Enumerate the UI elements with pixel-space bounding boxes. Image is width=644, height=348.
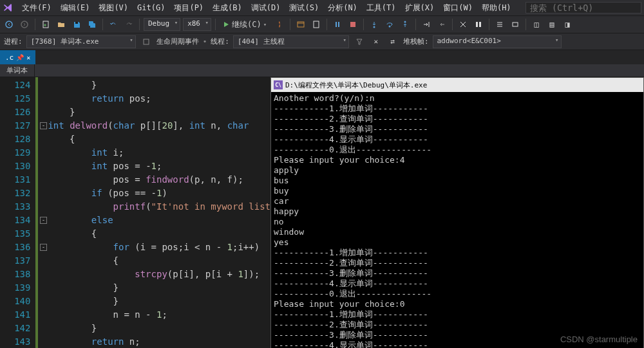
menu-debug[interactable]: 调试(D) xyxy=(247,1,285,15)
console-titlebar[interactable]: C\ D:\编程文件夹\单词本\Debug\单词本.exe xyxy=(271,78,643,92)
svg-rect-3 xyxy=(75,22,78,24)
separator xyxy=(452,19,453,30)
separator xyxy=(526,19,526,30)
code-line[interactable]: if (pos == -1) xyxy=(48,187,270,200)
close-icon[interactable]: ✕ xyxy=(26,54,30,61)
step-into-icon[interactable] xyxy=(368,18,381,31)
undo-icon[interactable] xyxy=(107,18,120,31)
menu-tools[interactable]: 工具(T) xyxy=(363,1,400,15)
svg-point-11 xyxy=(389,26,391,28)
platform-dropdown[interactable]: x86 xyxy=(183,18,211,31)
line-number-gutter: 1241251261271281291301311321331341351361… xyxy=(0,77,35,348)
secondary-tab[interactable]: 单词本 xyxy=(0,64,35,77)
menu-window[interactable]: 窗口(W) xyxy=(439,1,477,15)
console-output: Another word?(y/n):n -----------1.增加单词--… xyxy=(271,92,643,348)
code-line[interactable]: n = n - 1; xyxy=(48,308,270,322)
debug-process-bar: 进程: [7368] 单词本.exe 生命周期事件 • 线程: [404] 主线… xyxy=(0,33,644,50)
tool-icon-5[interactable]: ◫ xyxy=(530,18,543,31)
filter-clear-icon[interactable]: ✕ xyxy=(370,35,383,48)
code-line[interactable]: } xyxy=(48,281,270,295)
tool-icon-4[interactable] xyxy=(509,18,522,31)
continue-icon[interactable]: 继续(C)▾ xyxy=(220,18,270,31)
code-line[interactable]: return pos; xyxy=(48,92,270,105)
fold-column: --- xyxy=(39,77,48,348)
code-line[interactable]: } xyxy=(48,322,270,335)
hot-reload-icon[interactable] xyxy=(273,18,286,31)
tool-icon-3[interactable] xyxy=(493,18,506,31)
code-line[interactable]: printf("It'not in myword list xyxy=(48,200,270,214)
pause-icon[interactable] xyxy=(331,18,344,31)
line-number: 132 xyxy=(0,187,30,200)
menu-file[interactable]: 文件(F) xyxy=(18,1,55,15)
filter-icon[interactable] xyxy=(353,35,366,48)
code-line[interactable]: else xyxy=(48,214,270,227)
script-icon[interactable] xyxy=(310,18,323,31)
stop-icon[interactable] xyxy=(346,18,359,31)
tool-icon-7[interactable]: ◨ xyxy=(561,18,574,31)
fold-toggle-icon[interactable]: - xyxy=(40,217,47,224)
open-file-icon[interactable] xyxy=(55,18,68,31)
code-editor[interactable]: 1241251261271281291301311321331341351361… xyxy=(0,77,270,348)
continue-label: 继续(C) xyxy=(232,19,261,30)
code-line[interactable]: int delword(char p[][20], int n, char xyxy=(48,119,270,133)
new-file-icon[interactable] xyxy=(39,18,52,31)
save-icon[interactable] xyxy=(70,18,83,31)
file-tab-active[interactable]: .c 📌 ✕ xyxy=(0,50,35,64)
cursor-step-icon[interactable] xyxy=(420,18,433,31)
svg-rect-2 xyxy=(43,21,48,28)
line-number: 127 xyxy=(0,119,30,133)
fold-toggle-icon[interactable]: - xyxy=(40,244,47,251)
code-line[interactable]: int pos = -1; xyxy=(48,160,270,173)
toggle-icon[interactable]: ⇄ xyxy=(386,35,399,48)
code-content[interactable]: } return pos; }int delword(char p[][20],… xyxy=(48,77,270,348)
thread-label: 线程: xyxy=(211,37,229,46)
menu-analyze[interactable]: 分析(N) xyxy=(324,1,361,15)
svg-rect-7 xyxy=(336,22,337,27)
thread-dropdown[interactable]: [404] 主线程 xyxy=(233,35,349,48)
code-line[interactable]: { xyxy=(48,254,270,268)
code-line[interactable]: { xyxy=(48,227,270,241)
menu-project[interactable]: 项目(P) xyxy=(170,1,207,15)
code-line[interactable]: } xyxy=(48,78,270,92)
tool-icon-1[interactable] xyxy=(457,18,469,31)
back-icon[interactable] xyxy=(3,18,15,31)
line-number: 133 xyxy=(0,200,30,214)
step-back-icon[interactable] xyxy=(435,18,448,31)
redo-icon[interactable] xyxy=(122,18,135,31)
save-all-icon[interactable] xyxy=(86,18,99,31)
code-line[interactable]: { xyxy=(48,133,270,146)
menu-extensions[interactable]: 扩展(X) xyxy=(401,1,439,15)
forward-icon[interactable] xyxy=(18,18,31,31)
code-line[interactable]: pos = findword(p, n, f); xyxy=(48,173,270,187)
menu-build[interactable]: 生成(B) xyxy=(209,1,246,15)
tool-icon-2[interactable] xyxy=(472,18,485,31)
menu-test[interactable]: 测试(S) xyxy=(285,1,323,15)
console-window: C\ D:\编程文件夹\单词本\Debug\单词本.exe Another wo… xyxy=(270,77,644,348)
menu-edit[interactable]: 编辑(E) xyxy=(57,1,94,15)
step-over-icon[interactable] xyxy=(383,18,396,31)
code-line[interactable]: for (i = pos;i < n - 1;i++) xyxy=(48,241,270,254)
code-line[interactable]: return n; xyxy=(48,335,270,348)
search-input[interactable] xyxy=(526,2,641,14)
menu-help[interactable]: 帮助(H) xyxy=(478,1,515,15)
line-number: 136 xyxy=(0,241,30,254)
tool-icon-6[interactable]: ▤ xyxy=(545,18,558,31)
fold-toggle-icon[interactable]: - xyxy=(40,122,47,129)
editor-area: 1241251261271281291301311321331341351361… xyxy=(0,77,644,348)
menu-view[interactable]: 视图(V) xyxy=(95,1,132,15)
svg-rect-4 xyxy=(298,22,304,27)
stackframe-dropdown[interactable]: addword<E&C001> xyxy=(433,35,562,48)
menu-git[interactable]: Git(G) xyxy=(133,2,169,14)
pin-icon[interactable]: 📌 xyxy=(16,54,24,61)
browser-icon[interactable] xyxy=(294,18,307,31)
line-number: 125 xyxy=(0,92,30,105)
config-dropdown[interactable]: Debug xyxy=(144,18,180,31)
code-line[interactable]: int i; xyxy=(48,146,270,160)
process-dropdown[interactable]: [7368] 单词本.exe xyxy=(26,35,136,48)
code-line[interactable]: } xyxy=(48,295,270,308)
code-line[interactable]: } xyxy=(48,105,270,119)
separator xyxy=(102,19,103,30)
step-out-icon[interactable] xyxy=(399,18,412,31)
lifecycle-icon[interactable] xyxy=(140,35,153,48)
code-line[interactable]: strcpy(p[i], p[i + 1]); xyxy=(48,268,270,281)
